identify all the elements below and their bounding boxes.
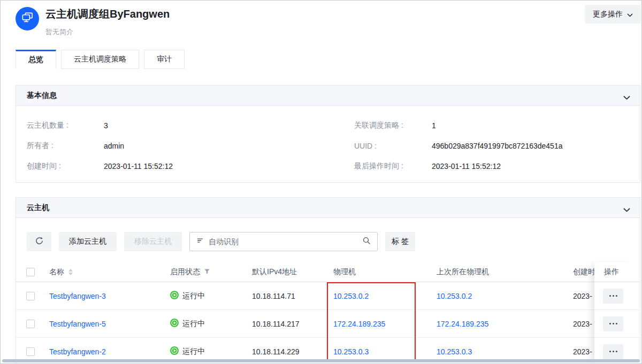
column-header-host: 物理机 <box>333 267 437 277</box>
refresh-button[interactable] <box>27 232 51 251</box>
field-uuid: UUID : 496b029a837f491997bc872163de451a <box>354 136 640 156</box>
field-value: admin <box>104 142 124 150</box>
status-text: 运行中 <box>182 291 205 301</box>
vm-section-header: 云主机 <box>16 198 640 218</box>
filter-lines-icon[interactable] <box>196 237 204 246</box>
column-header-state: 启用状态 <box>170 267 200 277</box>
vm-scheduling-group-detail-page: 云主机调度组ByFangwen 暂无简介 更多操作 总览 云主机调度策略 审计 … <box>0 0 642 364</box>
basic-info-header: 基本信息 <box>16 86 640 106</box>
field-label: 创建时间 : <box>27 161 104 171</box>
tab-overview[interactable]: 总览 <box>16 50 56 69</box>
chevron-down-icon <box>627 10 633 19</box>
add-vm-button[interactable]: 添加云主机 <box>59 232 117 251</box>
avatar <box>16 7 39 30</box>
ellipsis-icon <box>609 351 611 352</box>
tag-label: 标 签 <box>392 237 409 246</box>
tab-scheduling-policy[interactable]: 云主机调度策略 <box>61 50 139 69</box>
more-actions-label: 更多操作 <box>593 10 623 19</box>
search-icon[interactable] <box>362 236 371 247</box>
basic-info-fields: 云主机数量 : 3 所有者 : admin 创建时间 : 2023-01-11 … <box>16 106 640 176</box>
table-row: Testbyfangwen-3 运行中 10.18.114.71 10.253.… <box>16 282 640 310</box>
last-host-link[interactable]: 10.253.0.3 <box>437 347 472 356</box>
field-value: 1 <box>432 121 436 130</box>
host-link[interactable]: 10.253.0.3 <box>333 347 369 356</box>
row-checkbox[interactable] <box>26 347 35 356</box>
fixed-action-column: 操作 <box>594 262 640 364</box>
status-running-icon <box>170 346 179 357</box>
page-title: 云主机调度组ByFangwen <box>45 7 170 21</box>
last-host-link[interactable]: 10.253.0.2 <box>437 292 472 300</box>
tab-audit-label: 审计 <box>157 55 172 64</box>
field-value: 496b029a837f491997bc872163de451a <box>432 142 562 150</box>
field-last-op-time: 最后操作时间 : 2023-01-11 15:52:12 <box>354 156 640 176</box>
default-ip: 10.18.114.71 <box>252 292 333 300</box>
row-actions-button[interactable] <box>603 344 623 359</box>
basic-info-section: 基本信息 云主机数量 : 3 所有者 : admin 创建时间 : 2023-0… <box>16 85 640 183</box>
ellipsis-icon <box>609 295 611 297</box>
table-header-row: 名称 启用状态 默认IPv4地址 物理机 上次所在物理机 创建时间 <box>16 262 640 282</box>
basic-info-title: 基本信息 <box>27 91 57 100</box>
field-label: 最后操作时间 : <box>354 161 432 171</box>
vm-group-icon <box>20 11 34 27</box>
refresh-icon <box>35 236 44 247</box>
vm-table: 名称 启用状态 默认IPv4地址 物理机 上次所在物理机 创建时间 Testby… <box>16 262 640 364</box>
more-actions-button[interactable]: 更多操作 <box>585 5 641 24</box>
field-vm-count: 云主机数量 : 3 <box>27 115 354 136</box>
search-box <box>189 232 378 251</box>
table-row: Testbyfangwen-5 运行中 10.18.114.217 172.24… <box>16 310 640 338</box>
field-value: 2023-01-11 15:52:12 <box>432 162 501 171</box>
row-checkbox[interactable] <box>26 320 35 328</box>
host-link[interactable]: 172.24.189.235 <box>333 320 385 328</box>
row-checkbox[interactable] <box>26 292 35 300</box>
column-header-last-host: 上次所在物理机 <box>437 267 573 277</box>
default-ip: 10.18.114.229 <box>252 347 333 356</box>
tag-button[interactable]: 标 签 <box>385 232 415 251</box>
field-create-time: 创建时间 : 2023-01-11 15:52:12 <box>27 156 354 176</box>
host-link[interactable]: 10.253.0.2 <box>333 292 369 300</box>
field-label: 所有者 : <box>27 141 104 151</box>
vm-name-link[interactable]: Testbyfangwen-5 <box>49 320 106 328</box>
vm-name-link[interactable]: Testbyfangwen-2 <box>49 347 106 356</box>
tab-audit[interactable]: 审计 <box>144 50 185 69</box>
column-header-name: 名称 <box>49 267 64 277</box>
field-owner: 所有者 : admin <box>27 136 354 156</box>
select-all-checkbox[interactable] <box>26 268 35 276</box>
field-policy-count: 关联调度策略 : 1 <box>354 115 640 136</box>
status-running-icon <box>170 319 179 329</box>
field-label: UUID : <box>354 142 432 150</box>
horizontal-scrollbar[interactable] <box>2 359 640 362</box>
row-actions-button[interactable] <box>603 316 623 331</box>
tab-overview-label: 总览 <box>28 55 43 65</box>
sort-icon[interactable] <box>68 269 73 275</box>
default-ip: 10.18.114.217 <box>252 320 333 328</box>
remove-vm-button[interactable]: 移除云主机 <box>124 232 182 251</box>
vm-list-section: 云主机 添加云主机 移除云主机 <box>16 197 640 364</box>
column-header-actions: 操作 <box>594 262 640 282</box>
collapse-chevron-icon[interactable] <box>623 205 630 214</box>
last-host-link[interactable]: 172.24.189.235 <box>437 320 488 328</box>
status-running-icon <box>170 291 179 301</box>
collapse-chevron-icon[interactable] <box>623 92 630 102</box>
row-actions-button[interactable] <box>603 289 623 304</box>
ellipsis-icon <box>609 323 611 324</box>
vm-section-title: 云主机 <box>27 203 49 213</box>
status-text: 运行中 <box>182 347 205 357</box>
vm-name-link[interactable]: Testbyfangwen-3 <box>49 292 106 300</box>
page-subtitle: 暂无简介 <box>45 27 73 37</box>
tab-bar: 总览 云主机调度策略 审计 <box>16 50 185 69</box>
status-text: 运行中 <box>182 319 205 329</box>
vm-toolbar: 添加云主机 移除云主机 标 签 <box>16 218 640 251</box>
tab-scheduling-policy-label: 云主机调度策略 <box>74 55 126 64</box>
column-header-ip: 默认IPv4地址 <box>252 267 333 277</box>
remove-vm-label: 移除云主机 <box>134 237 172 246</box>
search-input[interactable] <box>209 237 357 246</box>
funnel-icon[interactable] <box>204 268 210 276</box>
field-label: 关联调度策略 : <box>354 121 432 130</box>
field-value: 3 <box>104 121 108 130</box>
field-value: 2023-01-11 15:52:12 <box>104 162 173 171</box>
field-label: 云主机数量 : <box>27 121 104 130</box>
add-vm-label: 添加云主机 <box>69 237 106 246</box>
